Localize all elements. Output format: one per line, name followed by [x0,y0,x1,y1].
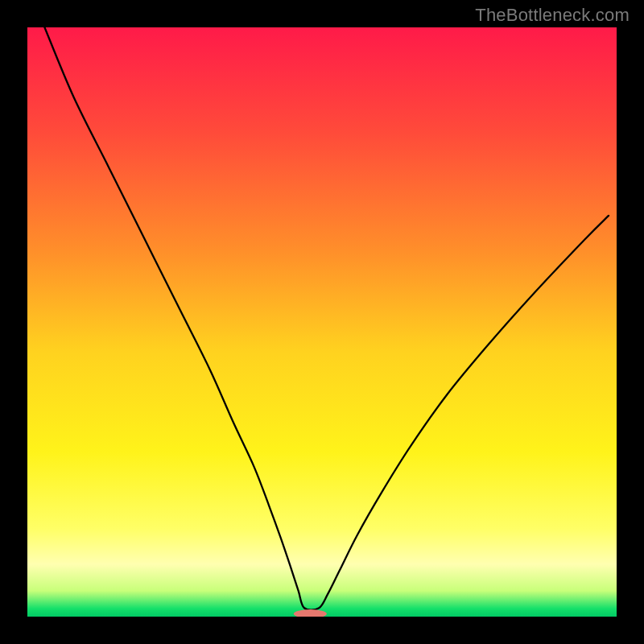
bottleneck-chart-svg [0,0,644,644]
chart-frame: TheBottleneck.com [0,0,644,644]
watermark-text: TheBottleneck.com [475,5,630,26]
plot-background [27,27,617,617]
